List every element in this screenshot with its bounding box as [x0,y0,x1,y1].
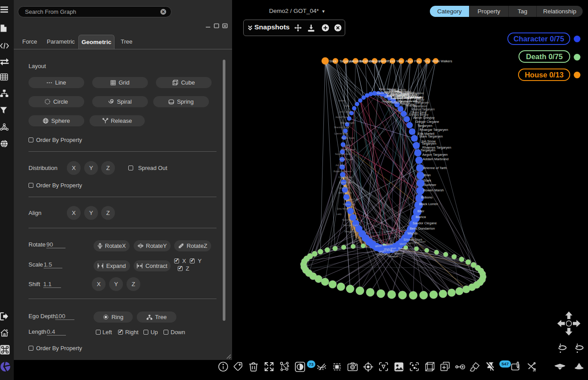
svg-text:Jory Cassel: Jory Cassel [339,110,351,113]
svg-text:Addam Marbrand: Addam Marbrand [423,157,449,161]
svg-text:Targaryen: Targaryen [421,141,436,146]
svg-text:Lady: Lady [337,213,342,215]
svg-text:Summer Stark: Summer Stark [343,224,358,226]
svg-text:Lysa Arryn: Lysa Arryn [339,186,350,189]
svg-text:Bowen Marsh: Bowen Marsh [423,188,444,192]
svg-text:Brynden Tully: Brynden Tully [345,198,359,201]
svg-text:Aegon Targaryen: Aegon Targaryen [422,153,448,157]
svg-text:White Walkers: White Walkers [432,59,452,63]
svg-text:Arthur Dayne: Arthur Dayne [339,158,353,161]
svg-text:Stark: Stark [329,59,337,63]
svg-text:Hodor: Hodor [339,99,345,102]
svg-text:Martell: Martell [379,59,388,63]
svg-text:Targaryen: Targaryen [421,148,435,152]
svg-text:Targaryen: Targaryen [417,124,432,128]
svg-text:Beric Dondarrion: Beric Dondarrion [410,226,435,230]
svg-text:Rickard Stark: Rickard Stark [340,121,355,124]
svg-text:Greyjoy Beyjoy: Greyjoy Beyjoy [409,113,429,117]
svg-text:Lyanna Stark: Lyanna Stark [334,132,348,135]
svg-text:Jeyne Poole: Jeyne Poole [335,116,348,118]
svg-text:Luwin: Luwin [345,144,351,146]
svg-text:Wild: Wild [396,59,403,63]
svg-text:Frey: Frey [414,59,421,63]
svg-text:Bianca: Bianca [416,215,426,219]
svg-text:Tully: Tully [423,59,430,63]
svg-text:Septa Mordane: Septa Mordane [335,153,351,155]
svg-text:Black Lorren: Black Lorren [419,202,438,206]
svg-text:Rhaegal: Rhaegal [388,255,398,258]
svg-text:Bobono: Bobono [421,195,433,199]
svg-text:Arryn: Arryn [405,59,413,63]
svg-text:Baratheon: Baratheon [413,105,427,108]
svg-text:Summer: Summer [424,183,437,187]
svg-text:Nymeria: Nymeria [342,218,351,221]
svg-text:Biter: Biter [417,209,425,213]
svg-text:Osha: Osha [344,105,350,107]
svg-text:Edmure Tully: Edmure Tully [339,191,352,194]
svg-text:Sandor Clegane: Sandor Clegane [412,221,437,225]
svg-text:Sigrin Greyjoy: Sigrin Greyjoy [404,96,424,99]
svg-text:Rhaegar Targaryen: Rhaegar Targaryen [420,128,448,132]
svg-text:Jon Arryn: Jon Arryn [335,164,345,166]
svg-text:Robert Baratheon: Robert Baratheon [334,170,352,173]
svg-text:Stark: Stark [424,178,432,182]
svg-text:Wights: Wights [407,231,417,235]
svg-text:Aeron Greyjoy: Aeron Greyjoy [413,116,435,120]
svg-text:Gregor Clegane: Gregor Clegane [415,120,439,124]
svg-text:Stark Targaryen: Stark Targaryen [419,134,443,138]
svg-text:Brandon Stark: Brandon Stark [334,126,349,129]
svg-text:Wildlings: Wildlings [376,252,388,256]
svg-text:Shaggydog: Shaggydog [344,230,356,233]
svg-text:Brienne of Tarth: Brienne of Tarth [423,166,447,170]
svg-text:Grey Wind: Grey Wind [337,207,348,210]
svg-text:Bran: Bran [424,173,431,177]
svg-text:Catelyn Stark: Catelyn Stark [339,176,353,178]
svg-text:Rodrik Cassel: Rodrik Cassel [341,148,355,151]
svg-text:Walder Frey: Walder Frey [343,203,355,206]
svg-text:Eddard Stark: Eddard Stark [339,181,353,184]
svg-text:Harlaw: Harlaw [389,89,399,93]
svg-text:Benjen: Benjen [398,247,407,250]
svg-text:Targaryen: Targaryen [416,101,429,105]
svg-text:Tyrell: Tyrell [388,59,396,63]
svg-text:Benjen Stark: Benjen Stark [341,137,355,139]
